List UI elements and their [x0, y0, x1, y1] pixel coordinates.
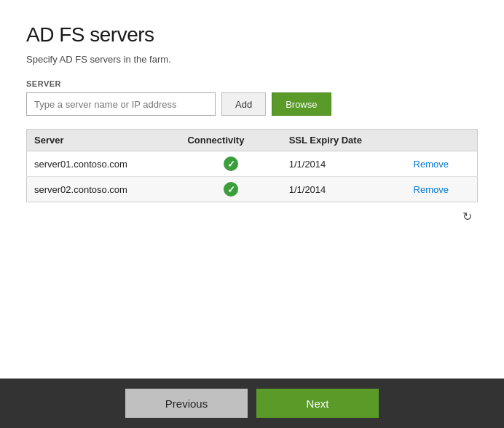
table-body: server01.contoso.com✓1/1/2014Removeserve…	[27, 151, 478, 202]
cell-connectivity: ✓	[180, 177, 281, 202]
page-title: AD FS servers	[26, 23, 478, 47]
cell-action: Remove	[406, 177, 478, 202]
cell-server: server01.contoso.com	[27, 151, 181, 177]
server-input-row: Add Browse	[26, 92, 478, 116]
previous-button[interactable]: Previous	[125, 389, 248, 418]
refresh-icon[interactable]: ↻	[459, 208, 475, 224]
col-connectivity: Connectivity	[180, 130, 281, 151]
check-icon: ✓	[224, 156, 238, 171]
cell-connectivity: ✓	[180, 151, 281, 177]
server-input[interactable]	[26, 92, 216, 116]
check-icon: ✓	[224, 182, 238, 197]
col-server: Server	[27, 130, 181, 151]
remove-link[interactable]: Remove	[414, 184, 449, 195]
server-field-label: SERVER	[26, 79, 478, 88]
add-button[interactable]: Add	[221, 92, 266, 116]
page-description: Specify AD FS servers in the farm.	[26, 54, 478, 65]
table-header-row: Server Connectivity SSL Expiry Date	[27, 130, 478, 151]
browse-button[interactable]: Browse	[272, 92, 331, 116]
main-content: AD FS servers Specify AD FS servers in t…	[0, 0, 504, 379]
next-button[interactable]: Next	[256, 389, 379, 418]
cell-action: Remove	[406, 151, 478, 177]
table-header: Server Connectivity SSL Expiry Date	[27, 130, 478, 151]
cell-ssl-expiry: 1/1/2014	[282, 177, 406, 202]
footer: Previous Next	[0, 379, 504, 428]
cell-server: server02.contoso.com	[27, 177, 181, 202]
table-row: server02.contoso.com✓1/1/2014Remove	[27, 177, 478, 202]
server-table: Server Connectivity SSL Expiry Date serv…	[26, 129, 478, 202]
cell-ssl-expiry: 1/1/2014	[282, 151, 406, 177]
col-ssl-expiry: SSL Expiry Date	[282, 130, 406, 151]
remove-link[interactable]: Remove	[414, 159, 449, 170]
refresh-area: ↻	[26, 208, 478, 224]
col-action	[406, 130, 478, 151]
table-row: server01.contoso.com✓1/1/2014Remove	[27, 151, 478, 177]
